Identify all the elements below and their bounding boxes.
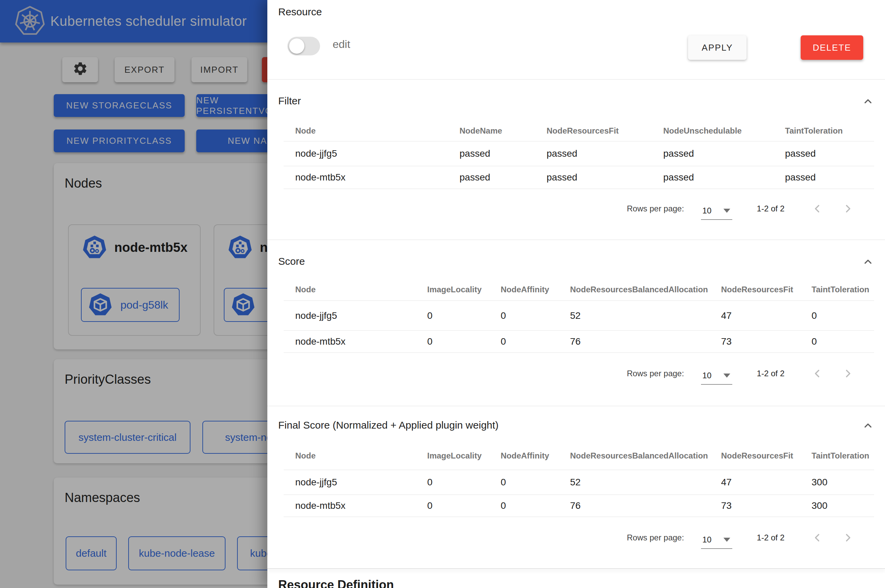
column-header: Node xyxy=(284,285,427,294)
edit-toggle[interactable] xyxy=(287,37,320,56)
column-header: TaintToleration xyxy=(785,126,874,136)
rows-per-page-select[interactable]: 10 xyxy=(701,367,732,385)
rows-per-page-value: 10 xyxy=(702,371,712,380)
table-header-row: Node ImageLocality NodeAffinity NodeReso… xyxy=(284,279,874,301)
table-cell: 73 xyxy=(721,500,811,511)
table-row[interactable]: node-jjfg5 passed passed passed passed xyxy=(284,141,874,166)
column-header: NodeResourcesBalancedAllocation xyxy=(570,451,721,460)
table-cell: node-mtb5x xyxy=(284,172,460,183)
table-cell: passed xyxy=(460,148,547,159)
table-row[interactable]: node-mtb5x passed passed passed passed xyxy=(284,166,874,189)
column-header: NodeResourcesFit xyxy=(721,451,811,460)
table-cell: passed xyxy=(547,172,663,183)
filter-section-title: Filter xyxy=(278,95,301,107)
table-cell: 0 xyxy=(427,336,501,347)
next-page-button[interactable] xyxy=(841,531,855,544)
divider xyxy=(267,79,885,80)
drawer-title: Resource xyxy=(278,6,322,18)
table-row[interactable]: node-mtb5x 0 0 76 73 300 xyxy=(284,495,874,517)
table-cell: 0 xyxy=(501,310,570,321)
table-cell: passed xyxy=(460,172,547,183)
score-pagination: Rows per page: 10 1-2 of 2 xyxy=(627,366,855,381)
column-header: NodeUnschedulable xyxy=(663,126,785,136)
final-score-table: Node ImageLocality NodeAffinity NodeReso… xyxy=(284,442,874,517)
final-score-section-title: Final Score (Normalized + Applied plugin… xyxy=(278,419,499,431)
table-cell: 0 xyxy=(501,500,570,511)
column-header: ImageLocality xyxy=(427,285,501,294)
column-header: NodeName xyxy=(460,126,547,136)
table-cell: 0 xyxy=(427,477,501,488)
collapse-score-button[interactable] xyxy=(861,255,876,270)
table-cell: node-jjfg5 xyxy=(284,310,427,321)
table-cell: 47 xyxy=(721,310,811,321)
screen: Kubernetes scheduler simulator EXPORT IM… xyxy=(0,0,885,588)
collapse-final-score-button[interactable] xyxy=(861,419,876,434)
resource-definition-title: Resource Definition xyxy=(278,578,394,588)
table-cell: passed xyxy=(547,148,663,159)
table-cell: 47 xyxy=(721,477,811,488)
table-row[interactable]: node-jjfg5 0 0 52 47 0 xyxy=(284,301,874,331)
chevron-up-icon xyxy=(862,96,874,108)
table-cell: 0 xyxy=(427,500,501,511)
resource-drawer: Resource edit APPLY DELETE Filter Node N… xyxy=(267,0,885,588)
table-row[interactable]: node-jjfg5 0 0 52 47 300 xyxy=(284,470,874,495)
table-cell: 73 xyxy=(721,336,811,347)
section-edge xyxy=(267,568,885,569)
column-header: ImageLocality xyxy=(427,451,501,460)
dropdown-caret-icon xyxy=(723,374,730,378)
table-cell: node-jjfg5 xyxy=(284,148,460,159)
column-header: TaintToleration xyxy=(811,285,874,294)
table-cell: passed xyxy=(785,148,874,159)
filter-table: Node NodeName NodeResourcesFit NodeUnsch… xyxy=(284,121,874,189)
column-header: NodeResourcesBalancedAllocation xyxy=(570,285,721,294)
dropdown-caret-icon xyxy=(723,538,730,542)
score-section-title: Score xyxy=(278,256,305,267)
final-score-pagination: Rows per page: 10 1-2 of 2 xyxy=(627,530,855,545)
table-cell: passed xyxy=(663,172,785,183)
table-cell: 76 xyxy=(570,500,721,511)
rows-per-page-select[interactable]: 10 xyxy=(701,531,732,549)
column-header: NodeResourcesFit xyxy=(721,285,811,294)
table-cell: node-mtb5x xyxy=(284,500,427,511)
rows-per-page-label: Rows per page: xyxy=(627,369,684,378)
rows-per-page-value: 10 xyxy=(702,535,712,544)
chevron-up-icon xyxy=(862,420,874,433)
column-header: NodeAffinity xyxy=(501,451,570,460)
table-header-row: Node NodeName NodeResourcesFit NodeUnsch… xyxy=(284,121,874,141)
edit-toggle-label: edit xyxy=(333,38,350,51)
rows-per-page-select[interactable]: 10 xyxy=(701,202,732,220)
page-range: 1-2 of 2 xyxy=(757,204,788,213)
table-cell: 0 xyxy=(427,310,501,321)
table-cell: node-jjfg5 xyxy=(284,477,427,488)
table-cell: 0 xyxy=(501,477,570,488)
next-page-button[interactable] xyxy=(841,367,855,380)
chevron-up-icon xyxy=(862,256,874,269)
table-cell: node-mtb5x xyxy=(284,336,427,347)
previous-page-button[interactable] xyxy=(810,202,824,216)
table-cell: 300 xyxy=(811,500,874,511)
previous-page-button[interactable] xyxy=(810,367,824,380)
table-cell: 300 xyxy=(811,477,874,488)
table-cell: 0 xyxy=(811,336,874,347)
table-cell: passed xyxy=(663,148,785,159)
table-row[interactable]: node-mtb5x 0 0 76 73 0 xyxy=(284,331,874,353)
edit-toggle-thumb xyxy=(289,38,304,54)
rows-per-page-label: Rows per page: xyxy=(627,204,684,213)
next-page-button[interactable] xyxy=(841,202,855,216)
collapse-filter-button[interactable] xyxy=(861,94,876,110)
page-range: 1-2 of 2 xyxy=(757,533,788,543)
column-header: Node xyxy=(284,451,427,460)
dropdown-caret-icon xyxy=(723,209,730,213)
table-cell: 0 xyxy=(501,336,570,347)
column-header: NodeAffinity xyxy=(501,285,570,294)
table-cell: passed xyxy=(785,172,874,183)
page-range: 1-2 of 2 xyxy=(757,369,788,378)
table-cell: 76 xyxy=(570,336,721,347)
column-header: TaintToleration xyxy=(811,451,874,460)
rows-per-page-value: 10 xyxy=(702,206,712,216)
score-table: Node ImageLocality NodeAffinity NodeReso… xyxy=(284,279,874,353)
delete-button[interactable]: DELETE xyxy=(801,35,863,60)
previous-page-button[interactable] xyxy=(810,531,824,544)
column-header: NodeResourcesFit xyxy=(547,126,663,136)
apply-button[interactable]: APPLY xyxy=(688,35,747,60)
